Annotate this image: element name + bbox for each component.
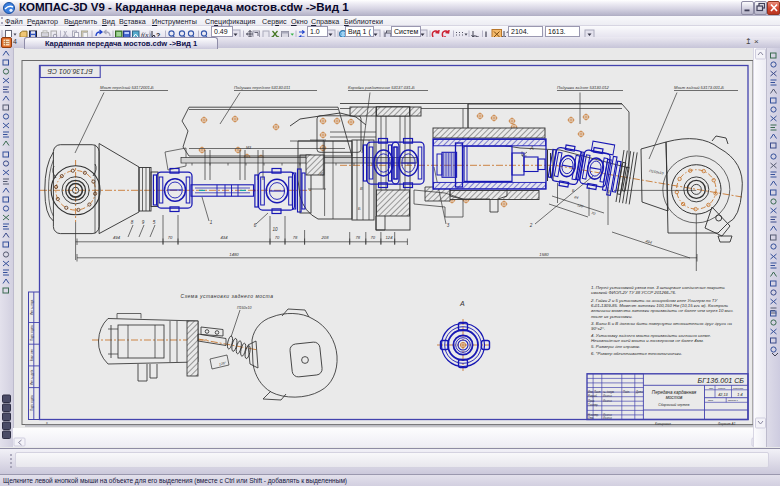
svg-text:Несовпадение осей моста и лонж: Несовпадение осей моста и лонжеронов не …: [591, 338, 704, 343]
svg-text:434: 434: [221, 235, 229, 240]
svg-text:Лит.: Лит.: [709, 387, 714, 390]
svg-text:Разраб.: Разраб.: [588, 394, 598, 398]
svg-text:П150х10: П150х10: [237, 306, 251, 310]
svg-text:БГ136.001 СБ: БГ136.001 СБ: [47, 68, 93, 75]
svg-text:1. Перед установкой узлов поз.: 1. Перед установкой узлов поз. 3 шлицевы…: [591, 285, 726, 290]
svg-text:x: x: [46, 421, 48, 425]
svg-text:Копировал: Копировал: [655, 422, 671, 426]
svg-text:Иванов: Иванов: [603, 394, 612, 398]
svg-text:Подп. и дата: Подп. и дата: [30, 325, 34, 341]
svg-text:мостов: мостов: [666, 395, 683, 400]
svg-text:90°±2°.: 90°±2°.: [591, 326, 605, 331]
svg-text:3: 3: [447, 223, 450, 228]
svg-text:Инв. № дубл.: Инв. № дубл.: [30, 369, 34, 385]
svg-text:Подушка задняя 53130.012: Подушка задняя 53130.012: [557, 85, 609, 90]
svg-text:БГ136.001 СБ: БГ136.001 СБ: [698, 376, 745, 385]
svg-text:1: 1: [210, 220, 213, 225]
svg-text:Мост передний 53172001-Б: Мост передний 53172001-Б: [100, 85, 154, 90]
svg-text:Б: Б: [358, 206, 361, 211]
svg-text:6: 6: [254, 223, 257, 228]
svg-text:Схема установки заднего моста: Схема установки заднего моста: [181, 293, 274, 299]
svg-text:70: 70: [370, 235, 375, 240]
svg-text:8: 8: [131, 220, 134, 225]
svg-text:Передача карданная: Передача карданная: [652, 390, 697, 395]
svg-text:5: 5: [153, 220, 156, 225]
svg-text:10: 10: [272, 227, 278, 232]
svg-text:2: 2: [529, 223, 533, 228]
svg-text:2. Гайки 2 и 5 установить на а: 2. Гайки 2 и 5 установить на анаэробном …: [590, 298, 718, 303]
svg-text:Лист: Лист: [593, 390, 602, 394]
svg-text:35: 35: [319, 171, 324, 176]
svg-text:9: 9: [142, 220, 145, 225]
svg-text:70: 70: [275, 235, 280, 240]
svg-text:В: В: [360, 186, 363, 191]
svg-text:Инв. № подл.: Инв. № подл.: [30, 299, 34, 315]
svg-text:Подушка передняя 53130.011: Подушка передняя 53130.011: [234, 85, 290, 90]
svg-text:Формат A1: Формат A1: [718, 422, 736, 426]
svg-text:Мост задний 53173.001-Б: Мост задний 53173.001-Б: [674, 85, 724, 90]
svg-text:78: 78: [355, 235, 360, 240]
svg-text:1480: 1480: [229, 252, 239, 257]
svg-text:124: 124: [386, 235, 394, 240]
svg-text:6-01-1309-85. Момент затяжки 1: 6-01-1309-85. Момент затяжки 100,150 Нм …: [591, 303, 729, 308]
svg-text:Иванов: Иванов: [603, 399, 612, 403]
svg-text:Т.контр.: Т.контр.: [588, 403, 599, 407]
svg-text:Коробка раздаточная 53137.031-: Коробка раздаточная 53137.031-Б: [348, 85, 415, 90]
svg-text:494: 494: [113, 235, 121, 240]
svg-text:Иванов: Иванов: [603, 413, 612, 417]
svg-text:Изм.: Изм.: [588, 390, 594, 394]
svg-text:величины момента затяжки произ: величины момента затяжки производить не …: [591, 308, 733, 313]
svg-text:№ докум.: № докум.: [603, 390, 615, 394]
svg-text:Листов 1: Листов 1: [728, 399, 738, 402]
svg-text:Подп.: Подп.: [623, 390, 630, 394]
svg-text:после их установки.: после их установки.: [591, 314, 632, 319]
svg-text:М3: М3: [246, 146, 251, 150]
svg-text:Лист: Лист: [708, 399, 714, 402]
svg-text:Пров.: Пров.: [588, 399, 595, 403]
svg-text:Масса: Масса: [718, 387, 726, 390]
svg-text:1580: 1580: [539, 252, 549, 257]
svg-text:42,13: 42,13: [718, 393, 728, 397]
svg-text:Подп. и дата: Подп. и дата: [30, 395, 34, 411]
svg-text:6. *Размер обеспечивается техн: 6. *Размер обеспечивается технологически…: [591, 351, 682, 356]
svg-text:Б: Б: [572, 188, 575, 193]
svg-text:Иванов: Иванов: [603, 416, 612, 420]
svg-text:А: А: [459, 300, 465, 307]
svg-text:смазкой ФИОЛ-2У ТУ 38 УССР 201: смазкой ФИОЛ-2У ТУ 38 УССР 201266-76.: [591, 290, 676, 295]
svg-text:1:4: 1:4: [737, 393, 742, 397]
svg-text:78: 78: [293, 235, 298, 240]
svg-text:4. Установку заднего моста про: 4. Установку заднего моста производить с…: [591, 333, 711, 338]
svg-text:Н.контр.: Н.контр.: [588, 413, 599, 417]
svg-text:208: 208: [321, 235, 330, 240]
svg-text:Сборочный чертеж: Сборочный чертеж: [658, 403, 690, 407]
svg-text:Дата: Дата: [635, 390, 643, 394]
svg-text:Утв.: Утв.: [588, 416, 594, 420]
svg-text:Масштаб: Масштаб: [733, 387, 744, 390]
svg-text:70: 70: [168, 235, 173, 240]
svg-text:5. Размеры для справок.: 5. Размеры для справок.: [591, 344, 640, 349]
svg-text:Взам. инв.: Взам. инв.: [30, 348, 34, 361]
svg-text:3. Валы Б и В должны быть пове: 3. Валы Б и В должны быть повернуты отно…: [591, 321, 733, 326]
